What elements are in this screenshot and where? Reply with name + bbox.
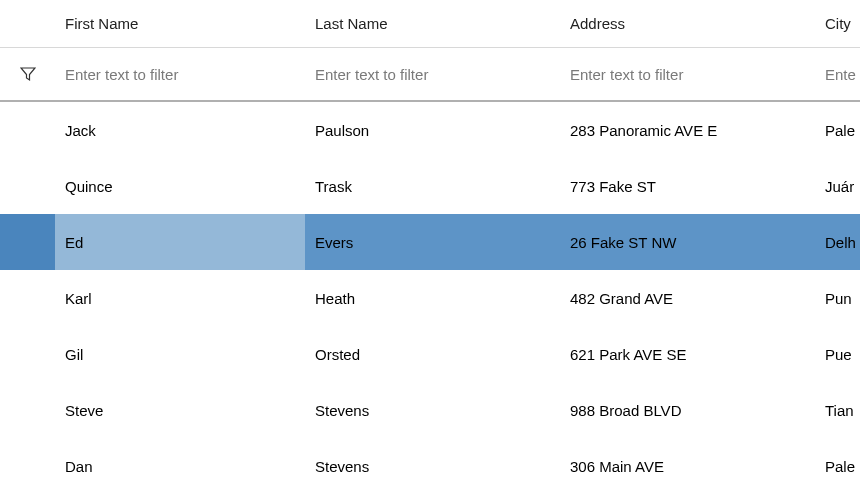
row-indent xyxy=(0,214,55,270)
data-grid: First Name Last Name Address City JackPa… xyxy=(0,0,860,494)
cell-first-name[interactable]: Steve xyxy=(55,382,305,438)
cell-first-name[interactable]: Karl xyxy=(55,270,305,326)
column-header-first-name[interactable]: First Name xyxy=(55,0,305,48)
filter-input-address[interactable] xyxy=(570,66,815,83)
cell-last-name[interactable]: Stevens xyxy=(305,382,560,438)
cell-city[interactable]: Pale xyxy=(815,102,860,158)
cell-last-name[interactable]: Stevens xyxy=(305,438,560,494)
cell-city[interactable]: Pale xyxy=(815,438,860,494)
cell-first-name[interactable]: Jack xyxy=(55,102,305,158)
cell-last-name[interactable]: Trask xyxy=(305,158,560,214)
header-gap xyxy=(0,0,55,48)
cell-first-name[interactable]: Dan xyxy=(55,438,305,494)
cell-address[interactable]: 26 Fake ST NW xyxy=(560,214,815,270)
cell-last-name[interactable]: Orsted xyxy=(305,326,560,382)
filter-cell-address xyxy=(560,48,815,102)
cell-city[interactable]: Tian xyxy=(815,382,860,438)
filter-input-first-name[interactable] xyxy=(65,66,305,83)
row-indent xyxy=(0,382,55,438)
cell-address[interactable]: 283 Panoramic AVE E xyxy=(560,102,815,158)
cell-address[interactable]: 621 Park AVE SE xyxy=(560,326,815,382)
filter-cell-first-name xyxy=(55,48,305,102)
filter-cell-last-name xyxy=(305,48,560,102)
row-indent xyxy=(0,438,55,494)
cell-city[interactable]: Pue xyxy=(815,326,860,382)
column-header-last-name[interactable]: Last Name xyxy=(305,0,560,48)
cell-city[interactable]: Juár xyxy=(815,158,860,214)
row-indent xyxy=(0,326,55,382)
filter-input-last-name[interactable] xyxy=(315,66,560,83)
cell-city[interactable]: Pun xyxy=(815,270,860,326)
filter-input-city[interactable] xyxy=(825,66,860,83)
cell-address[interactable]: 482 Grand AVE xyxy=(560,270,815,326)
filter-icon-cell[interactable] xyxy=(0,48,55,102)
column-header-address[interactable]: Address xyxy=(560,0,815,48)
cell-last-name[interactable]: Evers xyxy=(305,214,560,270)
cell-last-name[interactable]: Heath xyxy=(305,270,560,326)
filter-cell-city xyxy=(815,48,860,102)
filter-icon xyxy=(20,66,36,82)
cell-address[interactable]: 773 Fake ST xyxy=(560,158,815,214)
cell-first-name[interactable]: Quince xyxy=(55,158,305,214)
row-indent xyxy=(0,270,55,326)
cell-address[interactable]: 988 Broad BLVD xyxy=(560,382,815,438)
cell-first-name[interactable]: Ed xyxy=(55,214,305,270)
cell-city[interactable]: Delh xyxy=(815,214,860,270)
row-indent xyxy=(0,102,55,158)
cell-last-name[interactable]: Paulson xyxy=(305,102,560,158)
row-indent xyxy=(0,158,55,214)
cell-first-name[interactable]: Gil xyxy=(55,326,305,382)
column-header-city[interactable]: City xyxy=(815,0,860,48)
cell-address[interactable]: 306 Main AVE xyxy=(560,438,815,494)
